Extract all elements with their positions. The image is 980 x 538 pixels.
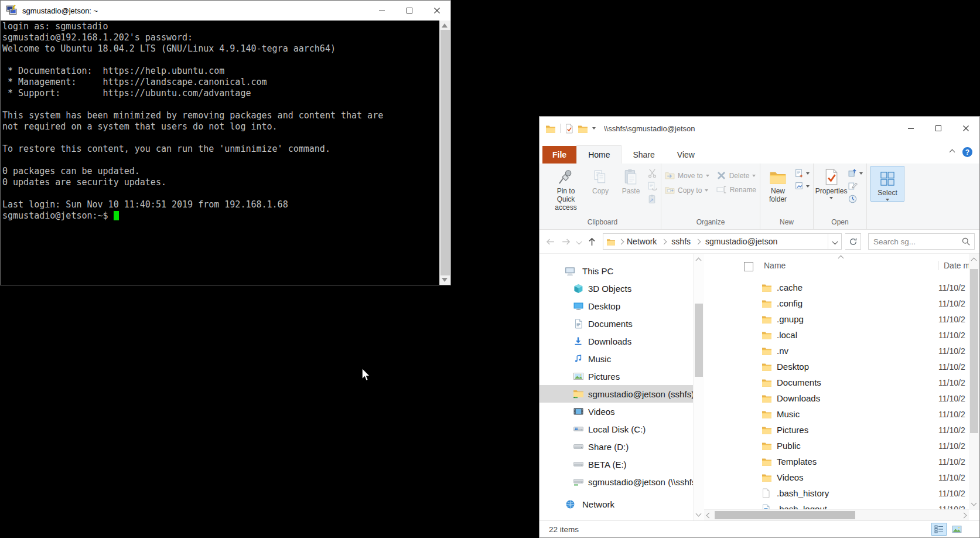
rename-button[interactable]: Rename [716, 185, 756, 194]
address-bar[interactable]: Networksshfssgmustadio@jetson [603, 233, 842, 250]
file-row[interactable]: Pictures11/10/2 [704, 422, 969, 438]
sidebar-item-sgmustadio-jetson-sshfs-z[interactable]: sgmustadio@jetson (\\sshfs) (Z:) [539, 473, 693, 491]
file-row[interactable]: Templates11/10/2 [704, 454, 969, 469]
sidebar-item-network[interactable]: Network [539, 495, 693, 513]
search-input[interactable] [872, 237, 961, 247]
open-icon[interactable] [848, 168, 858, 178]
column-header-date-modified[interactable]: Date m [938, 261, 972, 270]
qat-new-folder-icon[interactable] [578, 124, 588, 133]
sidebar-item-downloads[interactable]: Downloads [539, 332, 693, 350]
sidebar-item-3d-objects[interactable]: 3D Objects [539, 280, 693, 297]
sidebar-item-share-d[interactable]: Share (D:) [539, 438, 693, 455]
sidebar-item-local-disk-c[interactable]: Local Disk (C:) [539, 420, 693, 438]
list-scroll-up-icon[interactable] [971, 258, 977, 264]
file-row[interactable]: Music11/10/2 [704, 406, 969, 422]
forward-icon[interactable] [561, 237, 571, 247]
scroll-down-icon[interactable] [442, 278, 448, 282]
rename-icon [716, 185, 727, 194]
copy-to-button[interactable]: Copy to [665, 185, 709, 195]
search-icon[interactable] [961, 237, 971, 246]
putty-close-button[interactable] [423, 1, 450, 21]
file-list-hscrollbar[interactable] [704, 509, 969, 520]
tab-file[interactable]: File [542, 146, 576, 164]
terminal-output[interactable]: login as: sgmustadiosgmustadio@192.168.1… [1, 21, 440, 285]
sidebar-item-documents[interactable]: Documents [539, 315, 693, 332]
cut-icon[interactable] [647, 168, 657, 178]
terminal-scrollbar[interactable] [439, 21, 450, 285]
explorer-window-title: \\sshfs\sgmustadio@jetson [604, 124, 897, 133]
putty-maximize-button[interactable] [395, 1, 423, 21]
sidebar-item-music[interactable]: Music [539, 350, 693, 367]
sidebar-item-desktop[interactable]: Desktop [539, 297, 693, 315]
scroll-up-icon[interactable] [442, 23, 448, 28]
breadcrumb-segment[interactable]: Network [627, 237, 657, 246]
file-row[interactable]: .bash_history11/10/2 [704, 485, 969, 501]
putty-minimize-button[interactable] [368, 1, 395, 21]
delete-button[interactable]: Delete [716, 171, 756, 181]
details-view-button[interactable] [931, 523, 947, 536]
recent-locations-icon[interactable] [576, 239, 582, 244]
nav-scroll-down-icon[interactable] [696, 511, 702, 517]
history-icon[interactable] [848, 194, 858, 204]
back-icon[interactable] [545, 237, 555, 247]
edit-icon[interactable] [848, 181, 858, 191]
tab-share[interactable]: Share [622, 146, 665, 164]
new-folder-button[interactable]: New folder [764, 166, 792, 203]
tab-home[interactable]: Home [576, 145, 622, 164]
new-item-icon[interactable] [794, 168, 804, 178]
qat-properties-icon[interactable] [565, 124, 573, 134]
nav-scroll-up-icon[interactable] [696, 258, 702, 264]
up-icon[interactable] [587, 237, 597, 247]
file-list-vscrollbar[interactable] [969, 254, 979, 510]
breadcrumb-segment[interactable]: sgmustadio@jetson [705, 237, 777, 246]
file-row[interactable]: .config11/10/2 [704, 295, 969, 311]
explorer-close-button[interactable] [952, 117, 979, 140]
collapse-ribbon-icon[interactable] [950, 149, 955, 155]
nav-scrollbar-thumb[interactable] [695, 304, 703, 377]
list-scroll-down-icon[interactable] [971, 500, 977, 506]
qat-customize-icon[interactable] [592, 127, 596, 130]
refresh-button[interactable] [845, 233, 861, 250]
file-list-hscrollbar-thumb[interactable] [715, 511, 855, 519]
file-row[interactable]: Public11/10/2 [704, 438, 969, 454]
sidebar-item-videos[interactable]: Videos [539, 403, 693, 420]
file-row[interactable]: Downloads11/10/2 [704, 390, 969, 406]
file-row[interactable]: Videos11/10/2 [704, 469, 969, 485]
file-name: Desktop [777, 362, 809, 372]
file-row[interactable]: .local11/10/2 [704, 327, 969, 343]
list-scroll-left-icon[interactable] [706, 513, 712, 519]
paste-button[interactable]: Paste [617, 166, 645, 195]
file-row[interactable]: Documents11/10/2 [704, 374, 969, 390]
address-dropdown-icon[interactable] [828, 234, 841, 249]
breadcrumb-segment[interactable]: sshfs [671, 237, 691, 246]
file-row[interactable]: .cache11/10/2 [704, 280, 969, 295]
file-row[interactable]: Desktop11/10/2 [704, 359, 969, 374]
pin-to-quick-access-button[interactable]: Pin to Quick access [548, 166, 584, 212]
move-to-button[interactable]: Move to [665, 171, 709, 181]
explorer-maximize-button[interactable] [924, 117, 952, 140]
terminal-scrollbar-thumb[interactable] [441, 30, 450, 275]
file-row[interactable]: .bash_logout11/10/2 [704, 501, 969, 510]
sidebar-item-pictures[interactable]: Pictures [539, 367, 693, 385]
properties-button[interactable]: Properties [817, 166, 845, 199]
easy-access-icon[interactable] [794, 181, 804, 191]
search-box[interactable] [868, 233, 975, 250]
select-all-checkbox[interactable] [744, 262, 753, 271]
navigation-scrollbar[interactable] [693, 254, 704, 520]
help-icon[interactable]: ? [962, 147, 972, 157]
thumbnails-view-button[interactable] [949, 523, 964, 536]
sidebar-item-beta-e[interactable]: BETA (E:) [539, 455, 693, 473]
list-scroll-right-icon[interactable] [961, 513, 967, 519]
explorer-minimize-button[interactable] [897, 117, 924, 140]
file-row[interactable]: .nv11/10/2 [704, 343, 969, 359]
copy-button[interactable]: Copy [586, 166, 614, 195]
sidebar-item-sgmustadio-jetson-sshfs[interactable]: sgmustadio@jetson (sshfs) [539, 385, 693, 403]
column-header-name[interactable]: Name [764, 261, 786, 270]
select-button[interactable]: Select [873, 168, 902, 201]
file-list-vscrollbar-thumb[interactable] [970, 269, 978, 433]
tab-view[interactable]: View [666, 146, 706, 164]
file-row[interactable]: .gnupg11/10/2 [704, 311, 969, 327]
paste-shortcut-icon[interactable] [647, 194, 657, 204]
sidebar-item-this-pc[interactable]: This PC [539, 262, 693, 280]
copy-path-icon[interactable] [647, 181, 657, 191]
